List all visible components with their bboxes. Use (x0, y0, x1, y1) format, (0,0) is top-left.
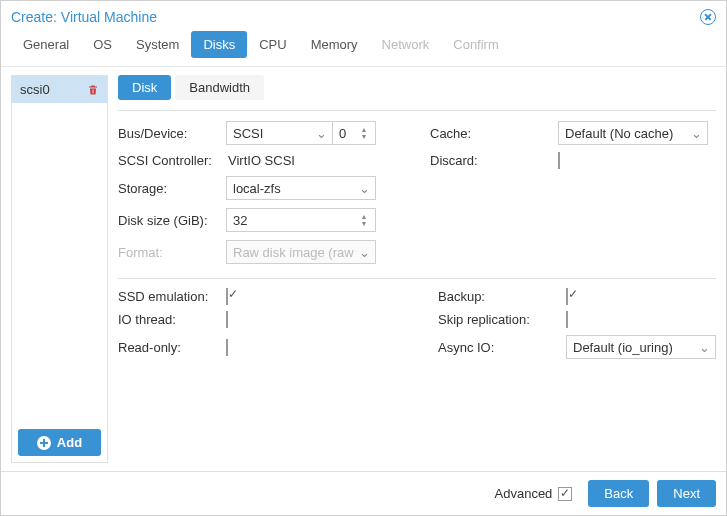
cache-label: Cache: (430, 126, 550, 141)
disk-list-item[interactable]: scsi0 (12, 76, 107, 103)
async-io-select[interactable]: Default (io_uring) ⌄ (566, 335, 716, 359)
tab-disks[interactable]: Disks (191, 31, 247, 58)
dialog-body: scsi0 Add Disk Bandwidth Bus/Device: (1, 67, 726, 471)
form-section-main: Bus/Device: SCSI ⌄ 0 ▲▼ Cache: Default (… (118, 121, 716, 264)
chevron-down-icon: ⌄ (314, 126, 328, 141)
chevron-down-icon: ⌄ (697, 340, 711, 355)
chevron-down-icon: ⌄ (357, 245, 371, 260)
storage-select[interactable]: local-zfs ⌄ (226, 176, 376, 200)
bus-device-label: Bus/Device: (118, 126, 218, 141)
tab-confirm: Confirm (441, 31, 511, 58)
disk-size-label: Disk size (GiB): (118, 213, 218, 228)
subtabs: Disk Bandwidth (118, 75, 716, 108)
backup-checkbox[interactable] (566, 288, 568, 305)
advanced-checkbox[interactable] (558, 487, 572, 501)
titlebar: Create: Virtual Machine (1, 1, 726, 31)
tab-memory[interactable]: Memory (299, 31, 370, 58)
scsi-controller-value: VirtIO SCSI (226, 153, 376, 168)
bus-type-select[interactable]: SCSI ⌄ (226, 121, 333, 145)
advanced-label: Advanced (495, 486, 553, 501)
format-label: Format: (118, 245, 218, 260)
tab-system[interactable]: System (124, 31, 191, 58)
main-tabbar: General OS System Disks CPU Memory Netwo… (1, 31, 726, 67)
add-disk-button[interactable]: Add (18, 429, 101, 456)
next-button[interactable]: Next (657, 480, 716, 507)
spinner-icon: ▲▼ (357, 214, 371, 227)
subtab-disk[interactable]: Disk (118, 75, 171, 100)
read-only-checkbox[interactable] (226, 339, 228, 356)
chevron-down-icon: ⌄ (357, 181, 371, 196)
chevron-down-icon: ⌄ (689, 126, 703, 141)
discard-label: Discard: (430, 153, 550, 168)
subtab-bandwidth[interactable]: Bandwidth (175, 75, 264, 100)
storage-label: Storage: (118, 181, 218, 196)
add-button-label: Add (57, 435, 82, 450)
tab-general[interactable]: General (11, 31, 81, 58)
ssd-emulation-label: SSD emulation: (118, 289, 218, 304)
io-thread-label: IO thread: (118, 312, 218, 327)
format-select: Raw disk image (raw ⌄ (226, 240, 376, 264)
dialog-title: Create: Virtual Machine (11, 9, 157, 25)
backup-label: Backup: (438, 289, 558, 304)
ssd-emulation-checkbox[interactable] (226, 288, 228, 305)
spinner-icon: ▲▼ (357, 127, 371, 140)
disk-config-panel: Disk Bandwidth Bus/Device: SCSI ⌄ 0 ▲▼ (118, 75, 716, 463)
discard-checkbox[interactable] (558, 152, 560, 169)
read-only-label: Read-only: (118, 340, 218, 355)
async-io-label: Async IO: (438, 340, 558, 355)
trash-icon[interactable] (87, 83, 99, 97)
tab-network: Network (370, 31, 442, 58)
advanced-toggle[interactable]: Advanced (495, 486, 573, 501)
scsi-controller-label: SCSI Controller: (118, 153, 218, 168)
skip-replication-checkbox[interactable] (566, 311, 568, 328)
disk-size-input[interactable]: 32 ▲▼ (226, 208, 376, 232)
back-button[interactable]: Back (588, 480, 649, 507)
bus-number-input[interactable]: 0 ▲▼ (332, 121, 376, 145)
plus-icon (37, 436, 51, 450)
skip-replication-label: Skip replication: (438, 312, 558, 327)
tab-cpu[interactable]: CPU (247, 31, 298, 58)
disk-list-sidebar: scsi0 Add (11, 75, 108, 463)
io-thread-checkbox[interactable] (226, 311, 228, 328)
form-section-advanced: SSD emulation: Backup: IO thread: Skip r… (118, 289, 716, 359)
create-vm-dialog: Create: Virtual Machine General OS Syste… (0, 0, 727, 516)
cache-select[interactable]: Default (No cache) ⌄ (558, 121, 708, 145)
close-icon[interactable] (700, 9, 716, 25)
dialog-footer: Advanced Back Next (1, 471, 726, 515)
tab-os[interactable]: OS (81, 31, 124, 58)
disk-item-label: scsi0 (20, 82, 50, 97)
